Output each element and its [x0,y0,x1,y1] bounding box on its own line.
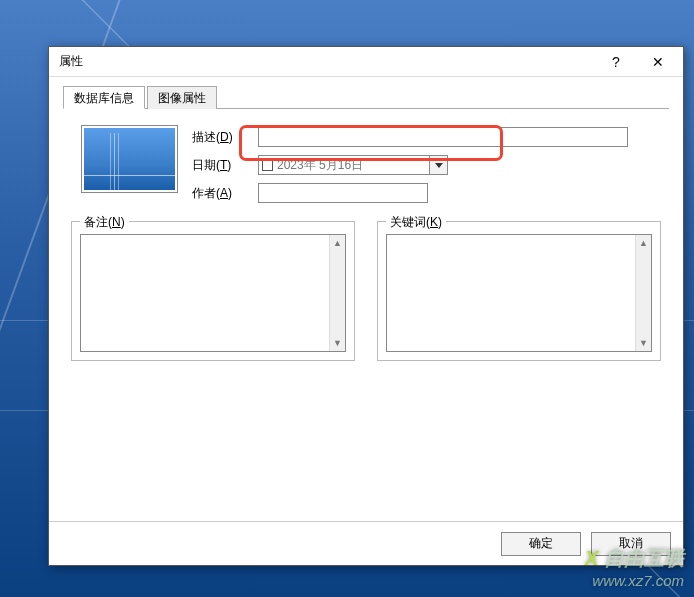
watermark: X 自由互联 www.xz7.com [585,545,684,589]
scrollbar[interactable]: ▲ ▼ [329,235,345,351]
tab-database-info[interactable]: 数据库信息 [63,86,145,109]
top-row: 描述(D) 日期(T) 2023年 5月16日 [71,125,661,203]
window-title: 属性 [59,53,595,70]
keywords-group: 关键词(K) ▲ ▼ [377,221,661,361]
date-picker[interactable]: 2023年 5月16日 [258,155,448,175]
tab-image-properties[interactable]: 图像属性 [147,86,217,109]
help-button[interactable]: ? [595,49,637,75]
tab-panel: 描述(D) 日期(T) 2023年 5月16日 [63,109,669,369]
notes-label: 备注(N) [80,214,129,231]
date-value: 2023年 5月16日 [277,157,363,174]
thumbnail [81,125,178,193]
author-label: 作者(A) [192,185,252,202]
notes-group: 备注(N) ▲ ▼ [71,221,355,361]
author-input[interactable] [258,183,428,203]
date-dropdown-button[interactable] [430,155,448,175]
keywords-label: 关键词(K) [386,214,446,231]
tabstrip: 数据库信息 图像属性 [63,85,669,109]
svg-marker-0 [435,163,443,168]
description-row: 描述(D) [192,127,661,147]
description-input[interactable] [258,127,628,147]
scroll-down-icon[interactable]: ▼ [330,335,345,351]
author-row: 作者(A) [192,183,661,203]
keywords-textarea[interactable] [387,235,635,351]
thumbnail-image [84,128,175,190]
notes-textarea[interactable] [81,235,329,351]
date-checkbox[interactable] [262,160,273,171]
scroll-up-icon[interactable]: ▲ [330,235,345,251]
scrollbar[interactable]: ▲ ▼ [635,235,651,351]
desktop-background: 属性 ? ✕ 数据库信息 图像属性 描述(D) [0,0,694,597]
chevron-down-icon [435,163,443,168]
scroll-down-icon[interactable]: ▼ [636,335,651,351]
scroll-up-icon[interactable]: ▲ [636,235,651,251]
titlebar: 属性 ? ✕ [49,47,683,77]
fields-column: 描述(D) 日期(T) 2023年 5月16日 [192,125,661,203]
mid-row: 备注(N) ▲ ▼ 关键词(K) [71,221,661,361]
ok-button[interactable]: 确定 [501,532,581,556]
date-row: 日期(T) 2023年 5月16日 [192,155,661,175]
dialog-body: 数据库信息 图像属性 描述(D) [49,77,683,521]
close-button[interactable]: ✕ [637,49,679,75]
description-label: 描述(D) [192,129,252,146]
date-label: 日期(T) [192,157,252,174]
properties-dialog: 属性 ? ✕ 数据库信息 图像属性 描述(D) [48,46,684,566]
